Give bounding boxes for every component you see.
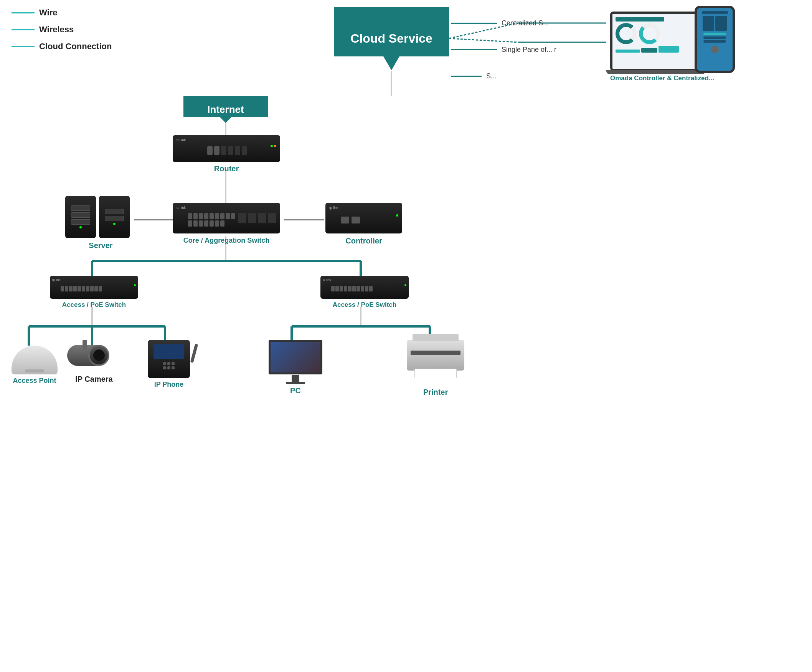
core-switch-device: tp-link xyxy=(173,203,280,245)
ip-camera-device: IP Camera xyxy=(63,342,125,384)
ip-phone-device: IP Phone xyxy=(144,340,194,388)
server-label: Server xyxy=(65,241,136,250)
legend-line-wireless xyxy=(12,29,34,30)
core-switch-label: Core / Aggregation Switch xyxy=(173,236,280,245)
access-switch-1-device: tp-link Access / PoE Switch xyxy=(50,276,138,309)
legend-label-wire: Wire xyxy=(39,8,57,18)
server-device: Server xyxy=(65,196,136,250)
ap-device: Access Point xyxy=(8,345,61,385)
router-label: Router xyxy=(173,164,280,173)
legend-item-wireless: Wireless xyxy=(12,25,112,34)
network-diagram: Wire Wireless Cloud Connection Cloud Ser… xyxy=(0,0,812,672)
ip-phone-label: IP Phone xyxy=(144,381,194,388)
legend-line-wire xyxy=(12,12,34,14)
annotation-2: Single Pane of... r xyxy=(502,46,556,54)
laptop-screen xyxy=(610,12,702,71)
management-screens: Omada Controller & Centralized... xyxy=(606,4,794,79)
cloud-service-label: Cloud Service xyxy=(350,31,432,46)
pc-label: PC xyxy=(265,386,326,395)
legend: Wire Wireless Cloud Connection xyxy=(12,8,112,58)
controller-label: Controller xyxy=(326,236,402,245)
screens-caption: Omada Controller & Centralized... xyxy=(606,75,794,82)
legend-line-cloud xyxy=(12,46,34,47)
router-device: tp-link Router xyxy=(173,135,280,170)
connection-lines xyxy=(0,0,812,672)
access-switch-2-label: Access / PoE Switch xyxy=(321,301,409,309)
access-switch-2-device: tp-link Access / PoE Switch xyxy=(321,276,409,309)
legend-item-cloud: Cloud Connection xyxy=(12,41,112,51)
ap-label: Access Point xyxy=(8,377,61,385)
cloud-service-node: Cloud Service xyxy=(334,7,449,70)
ip-camera-label: IP Camera xyxy=(63,375,125,384)
access-switch-1-label: Access / PoE Switch xyxy=(50,301,138,309)
printer-device: Printer xyxy=(405,340,466,397)
legend-item-wire: Wire xyxy=(12,8,112,18)
phone-screen xyxy=(694,6,735,73)
annotation-1: Centralized S... xyxy=(502,19,549,27)
annotation-3: S... xyxy=(486,72,496,80)
printer-label: Printer xyxy=(405,388,466,397)
legend-label-wireless: Wireless xyxy=(39,25,74,34)
cloud-annotations: Centralized S... Single Pane of... r S..… xyxy=(451,19,556,80)
legend-label-cloud: Cloud Connection xyxy=(39,41,112,51)
internet-label: Internet xyxy=(207,104,244,116)
controller-device: tp-link Controller xyxy=(326,203,402,245)
internet-node: Internet xyxy=(183,96,268,123)
pc-device: PC xyxy=(265,340,326,395)
